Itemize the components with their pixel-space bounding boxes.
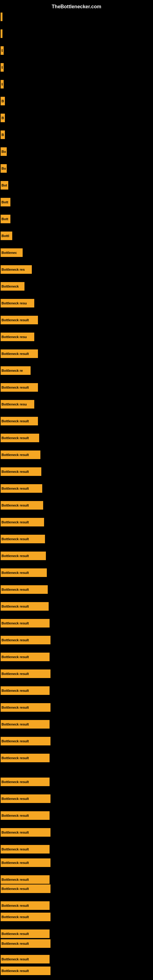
bar-label: Bo — [2, 167, 6, 170]
bar: Bottleneck result — [1, 585, 48, 594]
bar-label: Bottleneck result — [2, 915, 29, 919]
bar-row — [0, 9, 153, 24]
bar-row: Bottleneck result — [0, 632, 153, 648]
bar-row: Bottleneck result — [0, 414, 153, 429]
bar: Bott — [1, 215, 10, 223]
bar-row — [0, 26, 153, 41]
bar-label: Bottleneck result — [2, 672, 29, 676]
bar: Bottleneck result — [1, 913, 51, 921]
bar: Bottleneck result — [1, 467, 41, 476]
bar-label: Bottleneck resu — [2, 335, 27, 339]
bar: Bottleneck result — [1, 552, 46, 560]
bar-label: Bottleneck result — [2, 957, 29, 961]
bar: E — [1, 63, 4, 72]
bar-row: Bottleneck result — [0, 514, 153, 530]
bar-row: Bottleneck result — [0, 774, 153, 789]
bar-row: Bottleneck result — [0, 936, 153, 951]
bar-label: Bottleneck resu — [2, 301, 27, 305]
bar-row: Bottleneck resu — [0, 329, 153, 345]
bar: Bottleneck result — [1, 434, 39, 442]
bar-row: Bot — [0, 178, 153, 193]
bar-row: Bottleneck result — [0, 464, 153, 479]
bar: Bottleneck resu — [1, 332, 34, 341]
bar-row: Bottleneck result — [0, 430, 153, 445]
bar-row: Bottleneck result — [0, 599, 153, 614]
bar: Bottleneck result — [1, 939, 51, 948]
bar-label: Bottleneck result — [2, 621, 29, 625]
bar: Bottleneck result — [1, 602, 49, 611]
bar-label: Bottleneck result — [2, 588, 29, 591]
bar-row: Bottlenec — [0, 245, 153, 260]
bar-row: Bottleneck result — [0, 855, 153, 870]
bar-label: Bottleneck result — [2, 797, 29, 800]
bar: B — [1, 130, 5, 139]
bar: Bottleneck — [1, 282, 24, 291]
bar: Bottleneck result — [1, 316, 38, 324]
bar-label: E — [2, 49, 3, 52]
bar-label: Bottleneck result — [2, 847, 29, 851]
bar: Bottleneck result — [1, 778, 49, 786]
bar-label: Bottleneck result — [2, 814, 29, 818]
bar-label: B — [2, 133, 4, 137]
bar: Bottleneck result — [1, 450, 40, 459]
bar: Bottleneck result — [1, 845, 49, 854]
bar-row: B — [0, 127, 153, 142]
bar-label: Bottleneck result — [2, 887, 29, 891]
bar-label: Bottleneck result — [2, 689, 29, 692]
bar-label: Bottleneck result — [2, 352, 29, 356]
bar-row: Bo — [0, 144, 153, 159]
bar-row: Bottleneck resu — [0, 296, 153, 311]
bar-label: Bott — [2, 200, 8, 204]
bar: Bottleneck result — [1, 518, 44, 527]
bar: Bottleneck result — [1, 703, 51, 712]
bar-row: Bottleneck result — [0, 447, 153, 463]
bar-row: Bottleneck result — [0, 312, 153, 328]
bar-label: Bottleneck result — [2, 969, 29, 973]
bar-label: Bottleneck result — [2, 470, 29, 474]
bar-row: Bottleneck result — [0, 963, 153, 978]
bar: Bottleneck result — [1, 535, 45, 543]
bar-label: Bo — [2, 150, 6, 153]
bar: Bottleneck result — [1, 811, 49, 820]
bar: Bottleneck result — [1, 383, 38, 392]
bar-label: Bott — [2, 217, 8, 221]
bar: Bot — [1, 181, 8, 189]
bar-row: Bo — [0, 161, 153, 176]
bar: Bottleneck result — [1, 828, 51, 837]
bar-row: Bottleneck result — [0, 531, 153, 547]
bar: Bottleneck result — [1, 501, 43, 510]
bar: Bottleneck result — [1, 858, 51, 867]
bar-label: Bottl — [2, 234, 9, 238]
bar-row: Bottleneck result — [0, 565, 153, 580]
bar-label: Bottleneck result — [2, 638, 29, 642]
bar: Bottleneck result — [1, 619, 49, 627]
bar: Bottleneck result — [1, 955, 49, 964]
bar: Bottleneck re — [1, 366, 30, 375]
bar-row: B — [0, 94, 153, 109]
bar: E — [1, 46, 4, 55]
bar-row: E — [0, 43, 153, 58]
bar-label: Bottleneck result — [2, 318, 29, 322]
bar-row: Bottleneck result — [0, 346, 153, 361]
bar-label: Bottleneck result — [2, 861, 29, 865]
bar-row: Bottleneck result — [0, 717, 153, 732]
bar: Bottleneck result — [1, 636, 51, 644]
bar-label: Bottleneck resu — [2, 402, 27, 406]
bar: Bottleneck result — [1, 568, 47, 577]
bar-row: Bottleneck result — [0, 881, 153, 896]
bar: Bottleneck result — [1, 720, 49, 729]
bar-row: Bottleneck result — [0, 380, 153, 395]
bar-label: Bottleneck result — [2, 706, 29, 709]
bar: B — [1, 114, 5, 122]
bar-label: B — [2, 99, 4, 103]
bar-label: Bottleneck result — [2, 520, 29, 524]
bar-label: Bottleneck result — [2, 722, 29, 726]
bar-row: Bottleneck result — [0, 582, 153, 597]
bar-row: Bott — [0, 211, 153, 227]
bar: Bottleneck resu — [1, 299, 34, 307]
bar-label: Bottleneck result — [2, 385, 29, 389]
bar-label: Bottleneck result — [2, 453, 29, 457]
bar: Bottleneck resu — [1, 400, 34, 409]
bar-row: Bottleneck res — [0, 262, 153, 277]
bar: Bottleneck result — [1, 417, 38, 425]
